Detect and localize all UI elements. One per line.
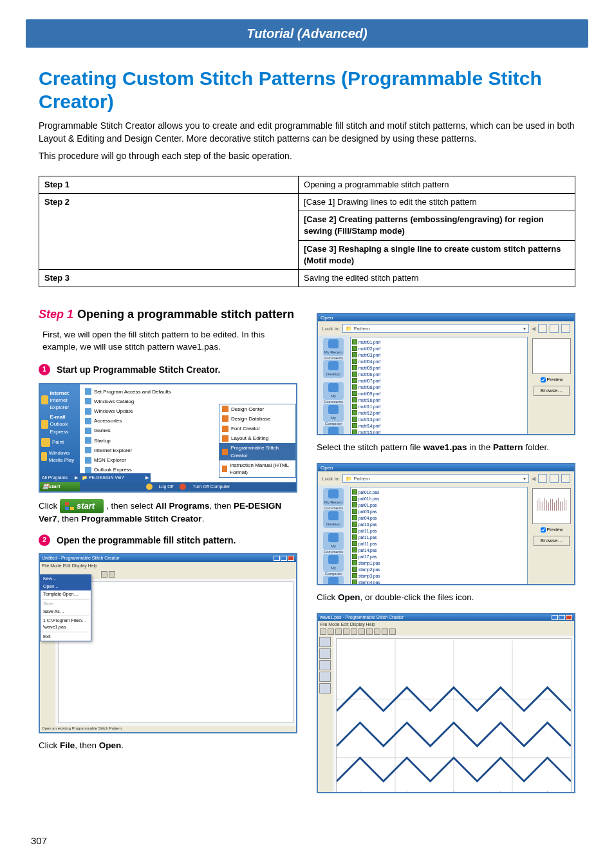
allprograms-button[interactable]: All Programs▶ [40,473,80,482]
place-network[interactable]: My Network Places [323,426,344,435]
toolbar-icon[interactable] [328,628,334,635]
tool-stamp-icon[interactable] [319,672,331,682]
browse-button[interactable]: Browse… [534,536,570,546]
file-item[interactable]: motif06.pmf [352,371,386,377]
toolbar-icon[interactable] [389,628,396,635]
preview-checkbox[interactable]: Preview [541,527,563,533]
place-recent[interactable]: My Recent Documents [323,338,344,356]
caption-start: Click start , then select All Programs, … [39,499,297,525]
file-item[interactable]: motif03.pmf [352,352,386,358]
menubar[interactable]: File Mode Edit Display Help [40,562,296,570]
file-item[interactable]: stamp1.pas [352,560,386,566]
minimize-icon[interactable] [552,615,558,620]
newfolder-icon[interactable] [550,324,559,333]
menu-item-save[interactable]: Save [41,600,91,608]
toolbar-icon[interactable] [320,628,326,635]
file-item[interactable]: motif04.pmf [352,358,386,364]
up-icon[interactable] [538,324,547,333]
file-item[interactable]: pat11.pas [352,527,386,534]
menu-item-open[interactable]: Open… [41,583,91,590]
tool-point-icon[interactable] [319,648,331,659]
file-list[interactable]: pat01b.paspat01h.paspat01.paspat03.paspa… [350,487,528,585]
place-mydocs[interactable]: My Documents [323,382,344,400]
preview-box [532,338,571,374]
place-network[interactable]: My Network Places [323,576,344,585]
views-icon[interactable] [561,474,570,483]
file-item[interactable]: pat11.pas [352,540,386,547]
toolbar-icon[interactable] [335,628,342,635]
file-item[interactable]: motif10.pmf [352,397,386,403]
menubar[interactable]: File Mode Edit Display Help [318,621,574,628]
place-recent[interactable]: My Recent Documents [323,488,344,506]
close-icon[interactable] [288,556,294,561]
file-item[interactable]: motif15.pmf [352,429,386,435]
toolbar-icon[interactable] [358,628,365,635]
close-icon[interactable] [566,615,572,620]
toolbar-icon[interactable] [374,628,380,635]
toolbar-icon[interactable] [366,628,373,635]
toolbar-icon[interactable] [382,628,388,635]
up-icon[interactable] [538,474,547,483]
lookin-select[interactable]: 📁 Pattern ▾ [342,474,529,483]
file-item[interactable]: pat01.pas [352,502,386,508]
file-item[interactable]: motif07.pmf [352,377,386,384]
toolbar-icon[interactable] [101,571,107,578]
place-desktop[interactable]: Desktop [323,510,344,528]
file-item[interactable]: stamp4.pas [352,579,386,585]
tool-stamp2-icon[interactable] [319,683,331,693]
logoff-icon[interactable] [146,484,153,490]
file-item[interactable]: motif01.pmf [352,339,386,345]
menu-item-template[interactable]: Template Open… [41,590,91,598]
file-item[interactable]: motif13.pmf [352,416,386,422]
place-mydocs[interactable]: My Documents [323,532,344,550]
file-item[interactable]: motif11.pmf [352,403,386,410]
file-item[interactable]: motif09.pmf [352,390,386,397]
place-mycomp[interactable]: My Computer [323,554,344,572]
maximize-icon[interactable] [281,556,287,561]
newfolder-icon[interactable] [550,474,559,483]
prog-icon [85,408,91,415]
file-item[interactable]: pat04.pas [352,514,386,521]
maximize-icon[interactable] [559,615,565,620]
menu-item-new[interactable]: New… [41,575,91,583]
canvas-area[interactable] [58,581,293,723]
file-item[interactable]: motif14.pmf [352,422,386,429]
tool-line-icon[interactable] [319,660,331,670]
file-item[interactable]: motif02.pmf [352,345,386,352]
menu-item-exit[interactable]: Exit [41,633,91,641]
toolbar-icon[interactable] [109,571,115,578]
lookin-select[interactable]: 📁 Pattern ▾ [342,324,529,333]
browse-button[interactable]: Browse… [534,386,570,396]
dialog-title: Open [321,314,333,321]
file-item[interactable]: motif08.pmf [352,384,386,390]
file-item[interactable]: pat11.pas [352,534,386,540]
minimize-icon[interactable] [274,556,280,561]
tool-select-icon[interactable] [319,637,331,647]
start-button[interactable]: 🪟 start [40,482,80,491]
file-item[interactable]: pat01b.pas [352,489,386,495]
toolbar-icon[interactable] [351,628,357,635]
toolbar-icon[interactable] [343,628,349,635]
canvas-area[interactable] [336,638,572,793]
intro-1: Programmable Stitch Creator allows you t… [39,120,575,145]
menu-item-saveas[interactable]: Save As… [41,608,91,616]
file-item[interactable]: stamp3.pas [352,572,386,579]
file-item[interactable]: motif05.pmf [352,364,386,371]
file-item[interactable]: pat10.pas [352,521,386,527]
menu-item-recent[interactable]: 1 C:\Program Files\…\wave1.pas [41,617,91,631]
screenshot-open-dialog: Open Look in: 📁 Pattern ▾ ◀ My Recent Do [317,313,575,435]
file-item[interactable]: pat14.pas [352,547,386,553]
file-item[interactable]: pat17.pas [352,553,386,560]
file-item[interactable]: stamp2.pas [352,566,386,572]
file-item[interactable]: motif12.pmf [352,410,386,416]
file-item[interactable]: pat03.pas [352,508,386,514]
file-item[interactable]: pat01h.pas [352,495,386,502]
preview-checkbox[interactable]: Preview [541,377,563,383]
place-desktop[interactable]: Desktop [323,360,344,378]
views-icon[interactable] [561,324,570,333]
pedesign-menu-item[interactable]: 📁 PE-DESIGN Ver7▶ [80,473,151,482]
menu-item-psc[interactable]: Programmable Stitch Creator [219,443,295,460]
place-mycomp[interactable]: My Computer [323,404,344,422]
shutdown-icon[interactable] [180,484,186,490]
file-list[interactable]: motif01.pmfmotif02.pmfmotif03.pmfmotif04… [350,337,528,435]
